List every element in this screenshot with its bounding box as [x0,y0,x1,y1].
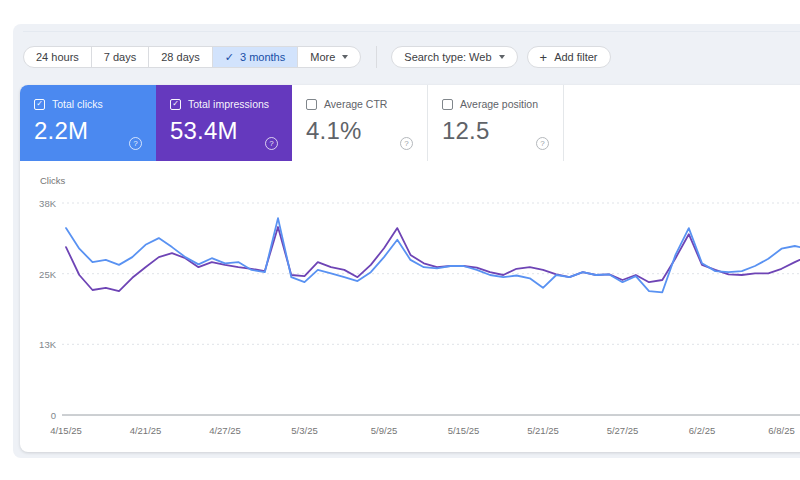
help-icon[interactable] [129,137,142,150]
date-range-label: 28 days [161,51,200,63]
metric-tile-average-position[interactable]: Average position 12.5 [428,85,564,161]
checkbox-checked-icon[interactable] [170,99,181,110]
x-tick-label: 5/27/25 [607,425,639,436]
impressions-line [66,227,800,291]
filter-toolbar: 24 hours 7 days 28 days 3 months More Se… [23,46,611,68]
x-tick-label: 5/9/25 [371,425,397,436]
x-tick-label: 5/21/25 [527,425,559,436]
x-tick-label: 5/3/25 [291,425,317,436]
checkbox-unchecked-icon[interactable] [306,99,317,110]
help-icon[interactable] [536,137,549,150]
add-filter-button[interactable]: Add filter [527,46,611,68]
metric-value: 2.2M [34,117,142,145]
x-tick-label: 4/27/25 [209,425,241,436]
date-range-24-hours[interactable]: 24 hours [24,47,92,67]
metric-value: 53.4M [170,117,278,145]
x-tick-label: 4/21/25 [130,425,162,436]
metric-label: Total impressions [188,98,269,110]
metric-label: Average position [460,98,538,110]
date-range-28-days[interactable]: 28 days [149,47,213,67]
checkbox-unchecked-icon[interactable] [442,99,453,110]
chart-canvas[interactable] [20,161,800,421]
search-type-label: Search type: Web [404,51,491,63]
date-range-label: 7 days [104,51,136,63]
date-range-label: 3 months [240,51,285,63]
date-range-label: 24 hours [36,51,79,63]
date-range-selector: 24 hours 7 days 28 days 3 months More [23,46,361,68]
metric-label: Average CTR [324,98,387,110]
add-filter-label: Add filter [554,51,597,63]
chevron-down-icon [342,55,348,59]
checkbox-checked-icon[interactable] [34,99,45,110]
metric-label: Total clicks [52,98,103,110]
date-range-more-dropdown[interactable]: More [298,47,360,67]
performance-chart: Clicks 38K25K13K0 4/15/254/21/254/27/255… [20,161,800,452]
x-tick-label: 6/8/25 [768,425,794,436]
date-range-3-months[interactable]: 3 months [213,47,298,67]
metric-tile-average-ctr[interactable]: Average CTR 4.1% [292,85,428,161]
search-type-dropdown[interactable]: Search type: Web [391,46,517,68]
panel-top-divider [23,31,800,32]
check-icon [225,52,234,63]
metric-tile-total-clicks[interactable]: Total clicks 2.2M [20,85,156,161]
metric-value: 12.5 [442,117,549,145]
help-icon[interactable] [265,137,278,150]
more-label: More [310,51,335,63]
plus-icon [540,51,548,64]
metric-value: 4.1% [306,117,413,145]
help-icon[interactable] [400,137,413,150]
chevron-down-icon [499,55,505,59]
metric-tile-total-impressions[interactable]: Total impressions 53.4M [156,85,292,161]
performance-card: Total clicks 2.2M Total impressions 53.4… [20,85,800,452]
toolbar-divider [376,46,377,68]
x-tick-label: 5/15/25 [448,425,480,436]
date-range-7-days[interactable]: 7 days [92,47,149,67]
metric-tiles: Total clicks 2.2M Total impressions 53.4… [20,85,564,161]
x-tick-label: 4/15/25 [50,425,82,436]
x-tick-label: 6/2/25 [689,425,715,436]
